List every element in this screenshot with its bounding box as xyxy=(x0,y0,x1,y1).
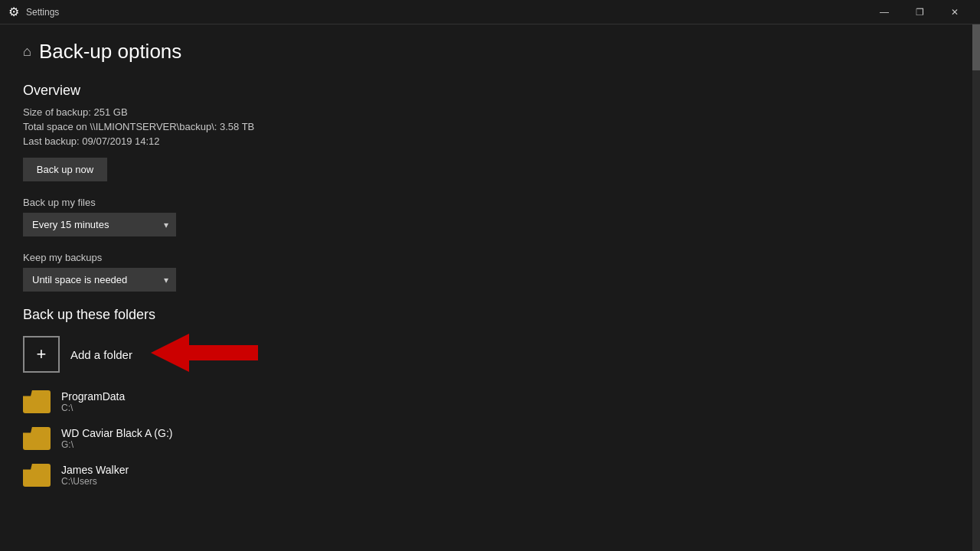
keep-backups-dropdown-wrapper: Until space is needed 1 month 3 months 6… xyxy=(23,268,176,292)
page-title: Back-up options xyxy=(39,40,181,64)
folder-name: ProgramData xyxy=(61,390,125,403)
maximize-button[interactable]: ❐ xyxy=(902,0,937,24)
backup-files-label: Back up my files xyxy=(23,197,942,208)
folder-icon xyxy=(23,390,51,413)
svg-marker-0 xyxy=(151,334,258,372)
folder-name: WD Caviar Black A (G:) xyxy=(61,427,172,439)
backup-frequency-dropdown-wrapper: Every 10 minutes Every 15 minutes Every … xyxy=(23,213,176,236)
folder-info: James Walker C:\Users xyxy=(61,464,129,487)
backup-frequency-section: Back up my files Every 10 minutes Every … xyxy=(23,197,942,252)
folder-icon xyxy=(23,427,51,450)
overview-section: Overview Size of backup: 251 GB Total sp… xyxy=(23,83,942,197)
folder-path: G:\ xyxy=(61,439,172,450)
close-button[interactable]: ✕ xyxy=(937,0,972,24)
main-content: ⌂ Back-up options Overview Size of backu… xyxy=(0,24,965,513)
add-folder-label: Add a folder xyxy=(70,348,132,361)
title-bar: ⚙ Settings — ❐ ✕ xyxy=(0,0,980,24)
minimize-button[interactable]: — xyxy=(867,0,902,24)
folders-section-title: Back up these folders xyxy=(23,307,942,323)
list-item: ProgramData C:\ xyxy=(23,387,942,416)
total-space: Total space on \\ILMIONTSERVER\backup\: … xyxy=(23,121,942,132)
window-controls: — ❐ ✕ xyxy=(867,0,972,24)
last-backup: Last backup: 09/07/2019 14:12 xyxy=(23,135,942,147)
overview-title: Overview xyxy=(23,83,942,99)
title-bar-text: Settings xyxy=(26,7,867,18)
keep-backups-section: Keep my backups Until space is needed 1 … xyxy=(23,252,942,307)
backup-frequency-select[interactable]: Every 10 minutes Every 15 minutes Every … xyxy=(23,213,176,236)
list-item: James Walker C:\Users xyxy=(23,461,942,490)
backup-now-button[interactable]: Back up now xyxy=(23,158,107,181)
folder-path: C:\ xyxy=(61,403,125,413)
folders-section: Back up these folders + Add a folder Pro… xyxy=(23,307,942,490)
folder-info: ProgramData C:\ xyxy=(61,390,125,413)
add-folder-row: + Add a folder xyxy=(23,334,942,375)
arrow-indicator xyxy=(151,334,258,375)
folder-icon xyxy=(23,464,51,487)
add-folder-button[interactable]: + xyxy=(23,336,60,373)
settings-icon: ⚙ xyxy=(8,6,20,18)
page-header: ⌂ Back-up options xyxy=(23,40,942,64)
folder-name: James Walker xyxy=(61,464,129,476)
keep-backups-label: Keep my backups xyxy=(23,252,942,263)
folder-info: WD Caviar Black A (G:) G:\ xyxy=(61,427,172,450)
home-icon[interactable]: ⌂ xyxy=(23,44,31,60)
list-item: WD Caviar Black A (G:) G:\ xyxy=(23,424,942,453)
folder-path: C:\Users xyxy=(61,476,129,487)
backup-size: Size of backup: 251 GB xyxy=(23,106,942,118)
scrollbar[interactable] xyxy=(972,24,980,551)
scrollbar-thumb[interactable] xyxy=(972,24,980,70)
keep-backups-select[interactable]: Until space is needed 1 month 3 months 6… xyxy=(23,268,176,292)
